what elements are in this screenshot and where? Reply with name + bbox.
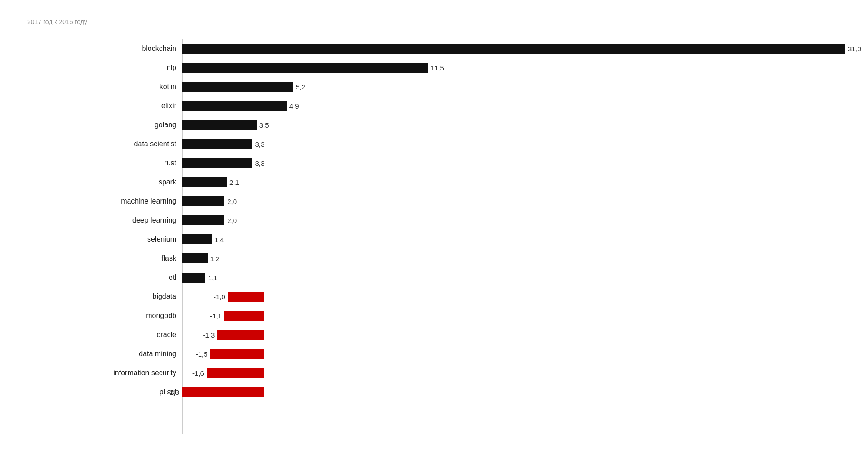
chart-area: blockchain31,0nlp11,5kotlin5,2elixir4,9g…: [27, 39, 841, 434]
bar-value-label: 11,5: [431, 64, 444, 72]
negative-bar: [224, 311, 264, 321]
bar-row: selenium1,4: [27, 230, 841, 249]
bar-label: golang: [27, 121, 182, 129]
bar-row: blockchain31,0: [27, 39, 841, 58]
bar-row: oracle-1,3: [27, 325, 841, 344]
positive-bar: [182, 120, 257, 130]
bar-value-label: -1,1: [210, 312, 222, 320]
bar-wrapper: 1,2: [182, 249, 841, 268]
bar-label: data mining: [27, 350, 182, 358]
bar-wrapper: 2,0: [182, 192, 841, 211]
bar-wrapper: 1,1: [182, 268, 841, 287]
bar-row: machine learning2,0: [27, 192, 841, 211]
bar-row: golang3,5: [27, 115, 841, 134]
bar-value-label: 2,0: [227, 217, 237, 224]
negative-bar: [217, 330, 264, 340]
positive-bar: [182, 158, 252, 168]
bar-label: information security: [27, 369, 182, 377]
bar-wrapper: 5,2: [182, 77, 841, 96]
bar-row: mongodb-1,1: [27, 306, 841, 325]
bar-label: rust: [27, 159, 182, 167]
negative-section: -2,3: [182, 382, 264, 402]
bar-label: blockchain: [27, 45, 182, 53]
bar-row: etl1,1: [27, 268, 841, 287]
bar-value-label: 1,1: [208, 274, 218, 282]
negative-bar: [228, 292, 264, 302]
bar-value-label: 1,2: [210, 255, 220, 263]
bar-row: information security-1,6: [27, 363, 841, 382]
bar-row: bigdata-1,0: [27, 287, 841, 306]
negative-section: -1,6: [182, 363, 264, 382]
bar-value-label: -2,3: [167, 388, 179, 396]
bar-label: selenium: [27, 235, 182, 243]
negative-section: -1,3: [182, 325, 264, 344]
bar-value-label: 2,0: [227, 198, 237, 205]
negative-bar: [182, 387, 264, 397]
positive-bar: [182, 234, 212, 244]
bar-label: oracle: [27, 331, 182, 339]
positive-bar: [182, 82, 293, 92]
bar-wrapper: 2,0: [182, 211, 841, 230]
positive-bar: [182, 253, 208, 263]
bar-wrapper: 3,5: [182, 115, 841, 134]
bar-row: rust3,3: [27, 154, 841, 173]
negative-bar: [210, 349, 264, 359]
bar-label: machine learning: [27, 197, 182, 205]
bar-value-label: -1,3: [203, 331, 215, 339]
bar-row: deep learning2,0: [27, 211, 841, 230]
negative-section: -1,0: [182, 287, 264, 306]
bar-wrapper: 4,9: [182, 96, 841, 115]
bar-wrapper: 2,1: [182, 173, 841, 192]
bar-label: kotlin: [27, 83, 182, 91]
positive-bar: [182, 139, 252, 149]
positive-bar: [182, 196, 224, 206]
bar-row: spark2,1: [27, 173, 841, 192]
bar-value-label: 3,3: [255, 159, 264, 167]
negative-section: -1,1: [182, 306, 264, 325]
bar-label: pl sql: [27, 388, 182, 396]
bar-label: spark: [27, 178, 182, 186]
bar-row: flask1,2: [27, 249, 841, 268]
bar-value-label: 31,0: [848, 45, 861, 53]
bar-row: kotlin5,2: [27, 77, 841, 96]
bar-value-label: -1,5: [196, 350, 208, 358]
positive-bar: [182, 215, 224, 225]
bar-label: deep learning: [27, 216, 182, 224]
positive-bar: [182, 101, 287, 111]
positive-bar: [182, 177, 227, 187]
bar-row: data mining-1,5: [27, 344, 841, 363]
bar-wrapper: 3,3: [182, 154, 841, 173]
bar-label: bigdata: [27, 293, 182, 301]
bar-row: data scientist3,3: [27, 134, 841, 154]
bar-label: mongodb: [27, 312, 182, 320]
bar-wrapper: 11,5: [182, 58, 841, 77]
bar-wrapper: 1,4: [182, 230, 841, 249]
bar-row: elixir4,9: [27, 96, 841, 115]
bar-wrapper: 3,3: [182, 134, 841, 154]
bar-label: data scientist: [27, 140, 182, 148]
chart-title: 2017 год к 2016 году: [27, 18, 841, 25]
bar-value-label: 1,4: [215, 236, 224, 243]
bar-value-label: 5,2: [296, 83, 305, 91]
bar-label: elixir: [27, 102, 182, 110]
positive-bar: [182, 273, 205, 283]
bar-value-label: 3,3: [255, 140, 264, 148]
bar-row: nlp11,5: [27, 58, 841, 77]
bar-label: nlp: [27, 64, 182, 72]
positive-bar: [182, 44, 845, 54]
chart-container: 2017 год к 2016 году blockchain31,0nlp11…: [0, 0, 868, 452]
positive-bar: [182, 63, 428, 73]
bar-label: etl: [27, 273, 182, 282]
bar-label: flask: [27, 254, 182, 263]
bar-value-label: 3,5: [259, 121, 269, 129]
bar-row: pl sql-2,3: [27, 382, 841, 402]
negative-bar: [207, 368, 264, 378]
bar-wrapper: 31,0: [182, 39, 861, 58]
negative-section: -1,5: [182, 344, 264, 363]
bar-value-label: 2,1: [229, 179, 239, 186]
bar-value-label: -1,6: [192, 369, 204, 377]
bar-value-label: -1,0: [214, 293, 225, 301]
bar-value-label: 4,9: [289, 102, 299, 110]
